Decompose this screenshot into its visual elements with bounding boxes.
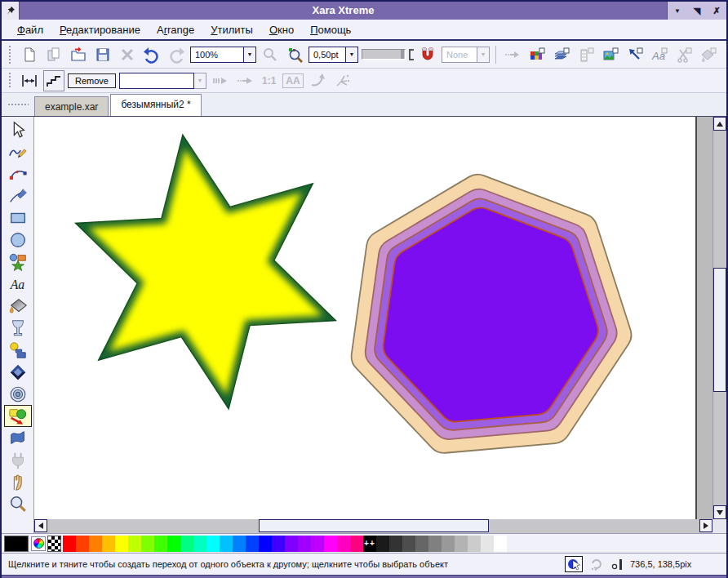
- palette-swatch[interactable]: [141, 536, 154, 552]
- ellipse-tool[interactable]: [4, 229, 32, 251]
- quickshape-tool[interactable]: [4, 251, 32, 273]
- toolbox-grip[interactable]: [2, 93, 34, 116]
- import-button[interactable]: [43, 44, 64, 65]
- live-effects-tool[interactable]: [4, 449, 32, 471]
- rectangle-tool[interactable]: [4, 207, 32, 229]
- text-tool[interactable]: Aa: [4, 273, 32, 295]
- palette-swatch[interactable]: [193, 536, 206, 552]
- palette-swatch[interactable]: [233, 536, 246, 552]
- color-gallery-button[interactable]: [526, 44, 548, 65]
- pen-tool[interactable]: [4, 185, 32, 207]
- palette-swatch[interactable]: [468, 536, 481, 552]
- feather-slider[interactable]: [362, 49, 406, 60]
- antialias-button[interactable]: AA: [282, 73, 303, 88]
- fill-tool[interactable]: [4, 295, 32, 317]
- blend-profile-button[interactable]: [331, 70, 353, 91]
- vertical-scrollbar-thumb[interactable]: [713, 268, 726, 392]
- freehand-tool[interactable]: [4, 140, 32, 162]
- line-width-dropdown-button[interactable]: ▼: [346, 47, 358, 63]
- palette-swatch[interactable]: [324, 536, 337, 552]
- menu-edit[interactable]: Редактирование: [52, 21, 148, 38]
- previous-zoom-button[interactable]: [260, 44, 281, 65]
- feather-slider-thumb[interactable]: [401, 50, 404, 59]
- contour-object[interactable]: [368, 192, 614, 436]
- window-menu-button[interactable]: [2, 2, 20, 20]
- zoom-value-input[interactable]: 100%: [190, 47, 244, 63]
- palette-swatch[interactable]: ++: [363, 536, 376, 552]
- shadow-tool[interactable]: [4, 339, 32, 361]
- palette-swatch[interactable]: [220, 536, 233, 552]
- name-gallery-button[interactable]: [624, 44, 646, 65]
- palette-swatch[interactable]: [128, 536, 141, 552]
- snap-to-grid-button[interactable]: [417, 44, 438, 65]
- palette-swatch[interactable]: [415, 536, 428, 552]
- quality-value[interactable]: None: [442, 47, 477, 63]
- horizontal-scrollbar-thumb[interactable]: [259, 519, 489, 532]
- palette-swatch[interactable]: [115, 536, 128, 552]
- blend-position-profile-button[interactable]: [234, 70, 255, 91]
- new-document-button[interactable]: [19, 44, 40, 65]
- menu-help[interactable]: Помощь: [303, 21, 358, 38]
- blend-along-curve-button[interactable]: [210, 70, 231, 91]
- zoom-tool[interactable]: [4, 493, 32, 515]
- blend-rotate-button[interactable]: [307, 70, 328, 91]
- tab-untitled2[interactable]: безымянный2 *: [110, 94, 201, 116]
- palette-swatch[interactable]: [285, 536, 298, 552]
- palette-swatch[interactable]: [63, 536, 76, 552]
- palette-swatch[interactable]: [206, 536, 220, 552]
- palette-swatch[interactable]: [259, 536, 272, 552]
- menu-file[interactable]: Файл: [10, 21, 51, 38]
- line-width-input[interactable]: 0,50pt: [309, 47, 346, 63]
- palette-swatch[interactable]: [376, 536, 389, 552]
- bitmap-gallery-button[interactable]: [600, 44, 621, 65]
- scroll-up-button[interactable]: [713, 117, 726, 131]
- menu-utilities[interactable]: Утилиты: [203, 21, 260, 38]
- frame-gallery-button[interactable]: [575, 44, 597, 65]
- no-color-swatch[interactable]: [47, 536, 61, 552]
- contour-tool[interactable]: [4, 383, 32, 405]
- star-object[interactable]: [76, 135, 336, 408]
- blend-steps-button[interactable]: [43, 70, 64, 91]
- tab-example-xar[interactable]: example.xar: [34, 96, 109, 116]
- delete-button[interactable]: [117, 44, 138, 65]
- edit-color-button[interactable]: [31, 536, 46, 551]
- menu-arrange[interactable]: Arrange: [149, 21, 202, 38]
- bevel-tool[interactable]: [4, 361, 32, 383]
- snap-indicator[interactable]: [565, 556, 583, 572]
- shade-button[interactable]: ▼: [672, 7, 683, 15]
- galleries-button[interactable]: [502, 44, 523, 65]
- close-button[interactable]: ✗: [711, 6, 722, 16]
- palette-swatch[interactable]: [311, 536, 324, 552]
- clipart-gallery-button[interactable]: [673, 44, 695, 65]
- layer-gallery-button[interactable]: [551, 44, 572, 65]
- remove-blend-button[interactable]: Remove: [68, 73, 116, 88]
- palette-swatch[interactable]: [428, 536, 442, 552]
- one-to-one-button[interactable]: 1:1: [259, 75, 279, 87]
- infobar-grip[interactable]: [8, 72, 12, 88]
- fill-gallery-button[interactable]: [698, 44, 719, 65]
- palette-swatch[interactable]: [350, 536, 363, 552]
- toolbar-grip[interactable]: [8, 45, 12, 64]
- mould-tool[interactable]: [4, 427, 32, 449]
- palette-swatch[interactable]: [389, 536, 402, 552]
- maximize-button[interactable]: ◥: [691, 6, 703, 16]
- selector-tool[interactable]: [4, 118, 32, 140]
- palette-swatch[interactable]: [246, 536, 259, 552]
- palette-swatch[interactable]: [494, 536, 507, 552]
- palette-swatch[interactable]: [298, 536, 311, 552]
- current-color-indicator[interactable]: [4, 536, 29, 552]
- horizontal-scrollbar[interactable]: [34, 519, 712, 533]
- palette-swatch[interactable]: [89, 536, 102, 552]
- palette-swatch[interactable]: [402, 536, 415, 552]
- transparency-tool[interactable]: [4, 317, 32, 339]
- menu-window[interactable]: Окно: [262, 21, 301, 38]
- save-button[interactable]: [92, 44, 113, 65]
- zoom-dropdown-button[interactable]: ▼: [244, 47, 256, 63]
- palette-swatch[interactable]: [154, 536, 167, 552]
- palette-swatch[interactable]: [442, 536, 455, 552]
- push-tool[interactable]: [4, 471, 32, 493]
- palette-swatch[interactable]: [102, 536, 115, 552]
- palette-swatch[interactable]: [180, 536, 193, 552]
- palette-swatch[interactable]: [337, 536, 350, 552]
- blend-preset-dropdown-button[interactable]: ▼: [194, 73, 206, 89]
